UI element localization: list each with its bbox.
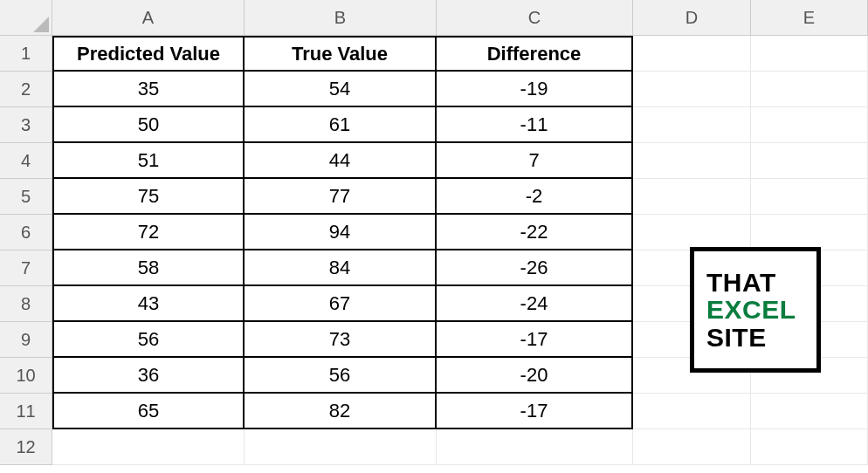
cell-B7[interactable]: 84 [245, 250, 437, 286]
spreadsheet-grid[interactable]: A B C D E 1 Predicted Value True Value D… [0, 0, 868, 465]
row-header-11[interactable]: 11 [0, 394, 52, 429]
cell-D3[interactable] [633, 107, 751, 143]
cell-A6[interactable]: 72 [52, 215, 245, 250]
cell-A10[interactable]: 36 [52, 358, 245, 394]
cell-B12[interactable] [245, 429, 437, 465]
cell-C4[interactable]: 7 [437, 143, 633, 179]
cell-C12[interactable] [437, 429, 633, 465]
cell-C6[interactable]: -22 [437, 215, 633, 250]
cell-B4[interactable]: 44 [245, 143, 437, 179]
cell-C9[interactable]: -17 [437, 322, 633, 358]
cell-B2[interactable]: 54 [245, 72, 437, 107]
cell-C7[interactable]: -26 [437, 250, 633, 286]
cell-E5[interactable] [751, 179, 868, 215]
cell-B6[interactable]: 94 [245, 215, 437, 250]
row-header-3[interactable]: 3 [0, 107, 52, 143]
cell-C1[interactable]: Difference [437, 36, 633, 72]
cell-E1[interactable] [751, 36, 868, 72]
cell-D6[interactable] [633, 215, 751, 250]
column-header-C[interactable]: C [437, 0, 633, 36]
cell-C8[interactable]: -24 [437, 286, 633, 322]
cell-E12[interactable] [751, 429, 868, 465]
cell-A12[interactable] [52, 429, 245, 465]
cell-E11[interactable] [751, 394, 868, 429]
select-all-corner[interactable] [0, 0, 52, 36]
row-header-7[interactable]: 7 [0, 250, 52, 286]
cell-C10[interactable]: -20 [437, 358, 633, 394]
logo-line2: EXCEL [706, 296, 816, 324]
cell-D1[interactable] [633, 36, 751, 72]
cell-A8[interactable]: 43 [52, 286, 245, 322]
cell-C5[interactable]: -2 [437, 179, 633, 215]
cell-B10[interactable]: 56 [245, 358, 437, 394]
cell-A4[interactable]: 51 [52, 143, 245, 179]
row-header-1[interactable]: 1 [0, 36, 52, 72]
watermark-logo: THAT EXCEL SITE [690, 247, 821, 373]
cell-A9[interactable]: 56 [52, 322, 245, 358]
logo-line1: THAT [706, 269, 816, 297]
row-header-10[interactable]: 10 [0, 358, 52, 394]
cell-E4[interactable] [751, 143, 868, 179]
cell-B9[interactable]: 73 [245, 322, 437, 358]
cell-B8[interactable]: 67 [245, 286, 437, 322]
cell-A3[interactable]: 50 [52, 107, 245, 143]
cell-A1[interactable]: Predicted Value [52, 36, 245, 72]
cell-D5[interactable] [633, 179, 751, 215]
cell-B1[interactable]: True Value [245, 36, 437, 72]
row-header-9[interactable]: 9 [0, 322, 52, 358]
cell-A2[interactable]: 35 [52, 72, 245, 107]
row-header-2[interactable]: 2 [0, 72, 52, 107]
cell-B11[interactable]: 82 [245, 394, 437, 429]
row-header-6[interactable]: 6 [0, 215, 52, 250]
cell-C3[interactable]: -11 [437, 107, 633, 143]
row-header-5[interactable]: 5 [0, 179, 52, 215]
row-header-8[interactable]: 8 [0, 286, 52, 322]
cell-D4[interactable] [633, 143, 751, 179]
cell-E2[interactable] [751, 72, 868, 107]
cell-E6[interactable] [751, 215, 868, 250]
row-header-12[interactable]: 12 [0, 429, 52, 465]
column-header-B[interactable]: B [245, 0, 437, 36]
cell-A7[interactable]: 58 [52, 250, 245, 286]
column-header-A[interactable]: A [52, 0, 245, 36]
cell-D11[interactable] [633, 394, 751, 429]
column-header-D[interactable]: D [633, 0, 751, 36]
cell-C2[interactable]: -19 [437, 72, 633, 107]
cell-D12[interactable] [633, 429, 751, 465]
cell-A11[interactable]: 65 [52, 394, 245, 429]
cell-B3[interactable]: 61 [245, 107, 437, 143]
row-header-4[interactable]: 4 [0, 143, 52, 179]
cell-E3[interactable] [751, 107, 868, 143]
cell-A5[interactable]: 75 [52, 179, 245, 215]
cell-C11[interactable]: -17 [437, 394, 633, 429]
cell-D2[interactable] [633, 72, 751, 107]
cell-B5[interactable]: 77 [245, 179, 437, 215]
logo-line3: SITE [706, 324, 816, 352]
column-header-E[interactable]: E [751, 0, 868, 36]
